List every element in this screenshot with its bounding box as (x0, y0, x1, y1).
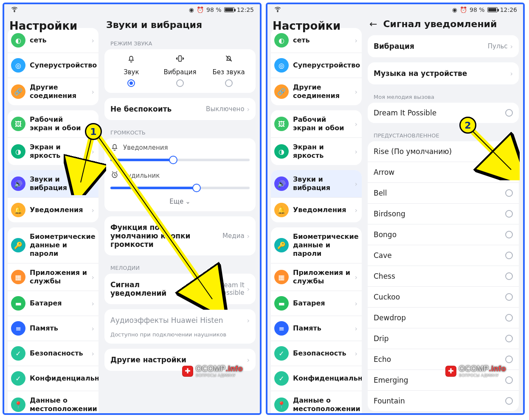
sidebar-item[interactable]: ▦Приложения и службы› (271, 263, 362, 291)
sidebar-item-icon: 🔗 (274, 84, 289, 99)
radio-icon (505, 168, 513, 176)
vibrate-icon (176, 54, 184, 65)
ringtone-option[interactable]: Bell (368, 182, 519, 203)
sidebar-item-icon: ◐ (11, 33, 25, 48)
ringtone-option[interactable]: Birdsong (368, 203, 519, 224)
ringtone-option[interactable]: Rise (По умолчанию) (368, 141, 519, 162)
sidebar-item[interactable]: 🖼Рабочий экран и обои› (271, 110, 362, 137)
bell-icon (110, 143, 119, 153)
ringtone-option[interactable]: Cave (368, 245, 519, 266)
sound-mode-option[interactable]: Вибрация (156, 54, 205, 87)
sidebar-item-label: Другие соединения (30, 83, 87, 100)
sidebar-item-icon: ◎ (11, 58, 25, 73)
sidebar-item-icon: 📍 (11, 398, 25, 412)
sidebar-item-label: Экран и яркость (30, 143, 87, 160)
vibration-row[interactable]: Вибрация Пульс › (368, 35, 519, 57)
watermark-brand-ext: .info (226, 364, 243, 373)
sidebar-item[interactable]: ◑Экран и яркость› (271, 137, 362, 165)
sidebar-item[interactable]: ✓Безопасность› (271, 341, 362, 366)
music-on-device-row[interactable]: Музыка на устройстве › (368, 62, 519, 84)
sidebar-item[interactable]: ◎Суперустройство› (8, 53, 98, 78)
chevron-right-icon: › (247, 105, 250, 113)
sidebar-item[interactable]: ≡Память› (8, 316, 98, 341)
sound-mode-option[interactable]: Звук (107, 54, 156, 87)
settings-sidebar: Настройки ◐сеть›◎Суперустройство›🔗Другие… (4, 15, 102, 413)
ringtone-option[interactable]: Fountain (368, 390, 519, 411)
ringtone-option[interactable]: Dream It Possible (368, 103, 519, 123)
sidebar-item-icon: ✓ (274, 371, 289, 386)
sound-mode-segmented[interactable]: ЗвукВибрацияБез звука (104, 49, 256, 93)
watermark-brand: OCOMP (196, 364, 226, 373)
dnd-row[interactable]: Не беспокоить Выключено › (104, 98, 256, 120)
sidebar-item[interactable]: ◐сеть› (271, 28, 362, 53)
sidebar-item[interactable]: 🔗Другие соединения› (271, 78, 362, 105)
sound-mode-option[interactable]: Без звука (204, 54, 253, 87)
eye-icon: ◉ (452, 6, 457, 13)
vibration-value: Пульс (488, 42, 508, 50)
sidebar-item[interactable]: 🔊Звуки и вибрация› (8, 170, 98, 197)
sidebar-item[interactable]: ≡Память› (271, 316, 362, 341)
radio-icon (505, 397, 513, 405)
sidebar-item[interactable]: 🔔Уведомления› (271, 197, 362, 222)
sidebar-item-label: Данные о местоположении (293, 396, 360, 413)
chevron-right-icon: › (92, 350, 94, 358)
ringtone-name: Cuckoo (374, 293, 400, 301)
sidebar-item[interactable]: ✓Конфиденциальность› (271, 366, 362, 391)
battery-pct: 98 % (206, 6, 222, 13)
sidebar-item-label: Биометрические данные и пароли (293, 232, 359, 258)
ringtone-option[interactable]: Cuckoo (368, 286, 519, 307)
sidebar-item[interactable]: 🔑Биометрические данные и пароли› (8, 227, 98, 263)
sidebar-item[interactable]: ✓Безопасность› (8, 341, 98, 366)
sidebar-item-label: Уведомления (30, 206, 87, 214)
histen-title: Аудиоэффекты Huawei Histen (110, 316, 223, 325)
ringtone-option[interactable]: Arrow (368, 162, 519, 182)
watermark-brand-ext: .info (489, 364, 506, 373)
notification-sound-row[interactable]: Сигнал уведомлений Dream It Possible › (104, 274, 256, 304)
sidebar-item[interactable]: ▬Батарея› (8, 291, 98, 316)
sidebar-item[interactable]: 📍Данные о местоположении› (271, 391, 362, 413)
sidebar-item-label: сеть (293, 36, 351, 45)
sidebar-item[interactable]: ◑Экран и яркость› (8, 137, 98, 165)
ringtone-name: Bongo (374, 230, 397, 239)
sidebar-item[interactable]: 🔊Звуки и вибрация› (271, 170, 362, 197)
radio-icon (505, 189, 513, 197)
phone-right: ◉ ⏰ 98 % 12:26 Настройки ◐сеть›◎Суперуст… (266, 3, 525, 415)
ringtone-option[interactable]: Drip (368, 328, 519, 349)
sidebar-item[interactable]: ▦Приложения и службы› (8, 263, 98, 291)
chevron-right-icon: › (355, 180, 357, 188)
sidebar-item[interactable]: ✓Конфиденциальность› (8, 366, 98, 391)
sidebar-item-label: Конфиденциальность (30, 374, 98, 383)
chevron-right-icon: › (92, 148, 94, 156)
dnd-value: Выключено (206, 105, 244, 113)
ringtone-option[interactable]: Dewdrop (368, 307, 519, 328)
sidebar-item-label: Экран и яркость (293, 143, 351, 160)
volume-slider-bell[interactable]: Уведомления (104, 138, 256, 166)
my-ringtone-label: Моя мелодия вызова (368, 90, 519, 103)
volume-more-toggle[interactable]: Еще⌄ (104, 194, 256, 211)
sidebar-item-label: Приложения и службы (30, 269, 87, 286)
panel-title: Сигнал уведомлений (383, 19, 497, 29)
sidebar-item-icon: 🖼 (11, 117, 25, 131)
sidebar-item[interactable]: 📍Данные о местоположении› (8, 391, 98, 413)
sidebar-item[interactable]: ◎Суперустройство› (271, 53, 362, 78)
annotation-badge-1: 1 (85, 123, 102, 140)
ringtone-option[interactable]: Chess (368, 266, 519, 286)
sidebar-item[interactable]: 🔑Биометрические данные и пароли› (271, 227, 362, 263)
volume-button-default-row[interactable]: Функция по умолчанию кнопки громкости Ме… (104, 216, 256, 255)
sidebar-item[interactable]: ◐сеть› (8, 28, 98, 53)
radio-icon (505, 252, 513, 259)
watermark-sub: ВОПРОСЫ АДМИНУ (196, 373, 243, 378)
sidebar-item-label: сеть (30, 36, 87, 45)
sidebar-item[interactable]: ▬Батарея› (271, 291, 362, 316)
sidebar-item[interactable]: 🔗Другие соединения› (8, 78, 98, 105)
volume-slider-alarm[interactable]: Будильник (104, 166, 256, 194)
eye-icon: ◉ (189, 6, 194, 13)
histen-row: Аудиоэффекты Huawei Histen › (104, 309, 256, 331)
back-icon[interactable]: ← (369, 19, 377, 29)
melodies-label: МЕЛОДИИ (104, 260, 256, 274)
sidebar-item-label: Звуки и вибрация (293, 175, 351, 192)
sidebar-item-label: Другие соединения (293, 83, 351, 100)
sidebar-item[interactable]: 🔔Уведомления› (8, 197, 98, 222)
sound-mode-label: Звук (124, 68, 139, 76)
ringtone-option[interactable]: Bongo (368, 224, 519, 245)
